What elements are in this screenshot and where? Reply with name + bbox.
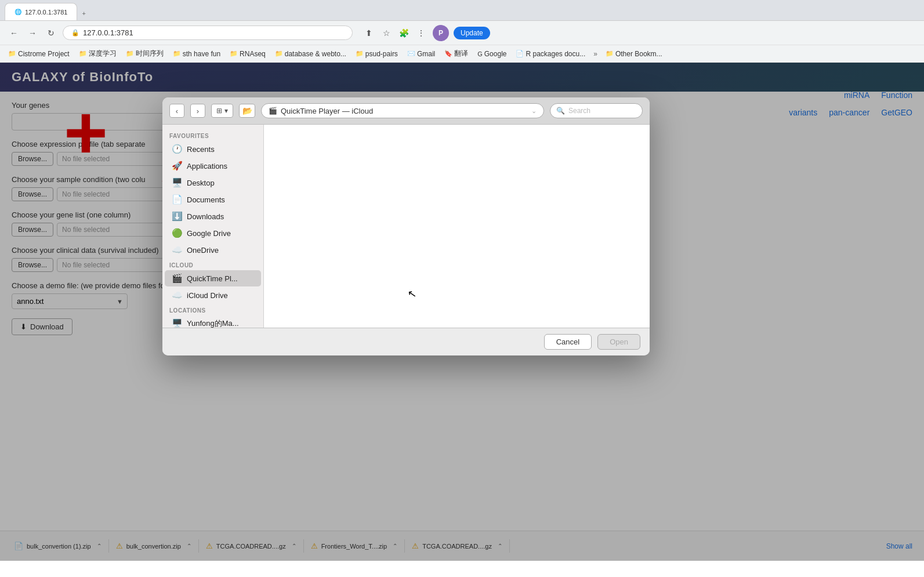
dialog-sidebar: Favourites 🕐 Recents 🚀 Applications 🖥️ D…	[162, 125, 264, 328]
update-button[interactable]: Update	[454, 27, 490, 39]
bookmark-label: Google	[484, 50, 507, 58]
extension-icon[interactable]: 🧩	[397, 26, 411, 40]
bookmarks-bar: 📁 Cistrome Project 📁 深度学习 📁 时间序列 📁 sth h…	[0, 45, 924, 63]
dialog-footer: Cancel Open	[162, 328, 650, 355]
more-icon[interactable]: ⋮	[414, 26, 428, 40]
dialog-forward-button[interactable]: ›	[190, 104, 205, 118]
address-input[interactable]: 🔒 127.0.0.1:3781	[63, 26, 353, 40]
dialog-back-button[interactable]: ‹	[169, 104, 184, 118]
file-dialog-overlay: ‹ › ⊞ ▾ 📂 🎬 QuickTime Player — iCloud ⌄ …	[0, 63, 924, 561]
tab-active[interactable]: 🌐 127.0.0.1:3781	[5, 3, 77, 20]
sidebar-item-label: Downloads	[187, 212, 224, 221]
sidebar-item-label: iCloud Drive	[187, 291, 228, 300]
google-icon: G	[477, 50, 483, 57]
toolbar-icons: ⬆ ☆ 🧩 ⋮	[362, 26, 428, 40]
browser-tabs-bar: 🌐 127.0.0.1:3781 +	[0, 0, 924, 21]
recents-icon: 🕐	[172, 144, 182, 154]
bookmark-icon: 📁	[79, 50, 87, 57]
downloads-icon: ⬇️	[172, 211, 182, 222]
bookmark-icon: 📁	[606, 50, 614, 57]
bookmark-rnaseq[interactable]: 📁 RNAseq	[226, 49, 269, 59]
address-text: 127.0.0.1:3781	[83, 28, 133, 37]
bookmark-google[interactable]: G Google	[474, 49, 510, 59]
sidebar-item-onedrive[interactable]: ☁️ OneDrive	[165, 242, 261, 258]
dialog-search-input[interactable]: 🔍 Search	[550, 103, 643, 118]
bookmark-icon: 📁	[8, 50, 16, 57]
bookmark-label: sth have fun	[183, 50, 220, 58]
bookmark-label: Gmail	[417, 50, 435, 58]
bookmark-label: 时间序列	[136, 49, 164, 59]
sidebar-item-recents[interactable]: 🕐 Recents	[165, 141, 261, 157]
bookmark-icon: 📁	[356, 50, 364, 57]
bookmark-timeseries[interactable]: 📁 时间序列	[122, 48, 167, 60]
sidebar-item-icloud-drive[interactable]: ☁️ iCloud Drive	[165, 287, 261, 303]
sidebar-item-label: QuickTime Pl...	[187, 274, 238, 283]
chevron-down-icon: ▾	[224, 107, 228, 115]
quicktime-icon: 🎬	[269, 107, 277, 115]
sidebar-item-label: Desktop	[187, 179, 215, 187]
more-bookmarks[interactable]: »	[591, 50, 600, 58]
dialog-cancel-button[interactable]: Cancel	[544, 334, 592, 350]
profile-button[interactable]: P	[433, 25, 449, 41]
search-placeholder: Search	[568, 107, 590, 115]
dialog-titlebar: ‹ › ⊞ ▾ 📂 🎬 QuickTime Player — iCloud ⌄ …	[162, 97, 650, 125]
file-dialog: ‹ › ⊞ ▾ 📂 🎬 QuickTime Player — iCloud ⌄ …	[162, 97, 650, 355]
bookmark-label: Other Bookm...	[615, 50, 662, 58]
new-tab-button[interactable]: +	[77, 6, 90, 20]
bookmark-database[interactable]: 📁 database & webto...	[271, 49, 350, 59]
bookmark-other[interactable]: 📁 Other Bookm...	[602, 49, 666, 59]
bookmark-rpackages[interactable]: 📄 R packages docu...	[512, 49, 589, 59]
sidebar-item-label: Applications	[187, 162, 227, 170]
reload-button[interactable]: ↻	[44, 26, 58, 40]
bookmark-sth[interactable]: 📁 sth have fun	[169, 49, 224, 59]
bookmark-label: database & webto...	[285, 50, 346, 58]
dialog-folder-button[interactable]: 📂	[239, 104, 255, 118]
bookmark-psud[interactable]: 📁 psud-pairs	[352, 49, 401, 59]
dialog-body: Favourites 🕐 Recents 🚀 Applications 🖥️ D…	[162, 125, 650, 328]
sidebar-item-applications[interactable]: 🚀 Applications	[165, 158, 261, 174]
lock-icon: 🔒	[71, 29, 79, 37]
bookmark-deeplearn[interactable]: 📁 深度学习	[75, 48, 120, 60]
dialog-view-button[interactable]: ⊞ ▾	[211, 104, 233, 118]
search-icon: 🔍	[556, 107, 565, 115]
bookmark-label: Cistrome Project	[18, 50, 70, 58]
sidebar-item-quicktime[interactable]: 🎬 QuickTime Pl...	[165, 270, 261, 286]
sidebar-item-label: Recents	[187, 145, 215, 154]
sidebar-section-locations: Locations	[162, 304, 263, 315]
bookmark-label: 深度学习	[89, 49, 117, 59]
dialog-open-button[interactable]: Open	[597, 334, 640, 350]
dialog-content-area	[264, 125, 650, 328]
sidebar-item-label: OneDrive	[187, 246, 219, 255]
address-bar-row: ← → ↻ 🔒 127.0.0.1:3781 ⬆ ☆ 🧩 ⋮ P Update	[0, 21, 924, 45]
sidebar-item-googledrive[interactable]: 🟢 Google Drive	[165, 225, 261, 241]
quicktime-icon: 🎬	[172, 273, 182, 284]
forward-button[interactable]: →	[26, 26, 39, 40]
bookmark-label: R packages docu...	[526, 50, 585, 58]
bookmark-label: RNAseq	[240, 50, 266, 58]
icloud-drive-icon: ☁️	[172, 290, 182, 300]
sidebar-section-icloud: iCloud	[162, 259, 263, 270]
applications-icon: 🚀	[172, 161, 182, 171]
dialog-location: 🎬 QuickTime Player — iCloud ⌄	[261, 103, 544, 118]
sidebar-item-label: Yunfong的Ma...	[187, 318, 239, 328]
documents-icon: 📄	[172, 194, 182, 205]
onedrive-icon: ☁️	[172, 245, 182, 255]
tab-label: 127.0.0.1:3781	[25, 9, 67, 16]
back-button[interactable]: ←	[7, 26, 21, 40]
tab-favicon: 🌐	[15, 9, 21, 15]
bookmark-icon: 📄	[516, 50, 524, 57]
bookmark-gmail[interactable]: ✉️ Gmail	[404, 49, 439, 59]
sidebar-section-favourites: Favourites	[162, 129, 263, 140]
share-icon[interactable]: ⬆	[362, 26, 376, 40]
mac-icon: 🖥️	[172, 318, 182, 328]
gmail-icon: ✉️	[407, 50, 415, 57]
bookmark-translate[interactable]: 🔖 翻译	[441, 48, 472, 60]
bookmark-icon[interactable]: ☆	[379, 26, 393, 40]
bookmark-label: 翻译	[454, 49, 468, 59]
sidebar-item-downloads[interactable]: ⬇️ Downloads	[165, 208, 261, 224]
sidebar-item-mac[interactable]: 🖥️ Yunfong的Ma...	[165, 315, 261, 328]
sidebar-item-desktop[interactable]: 🖥️ Desktop	[165, 175, 261, 191]
bookmark-label: psud-pairs	[365, 50, 398, 58]
sidebar-item-documents[interactable]: 📄 Documents	[165, 191, 261, 208]
bookmark-cistrome[interactable]: 📁 Cistrome Project	[5, 49, 73, 59]
